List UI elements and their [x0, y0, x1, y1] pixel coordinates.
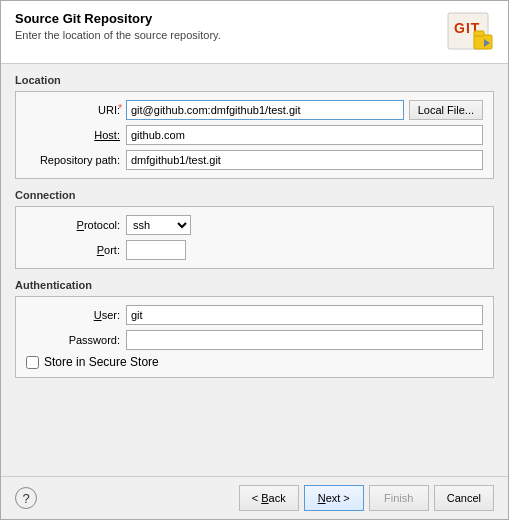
- store-secure-checkbox[interactable]: [26, 356, 39, 369]
- next-button[interactable]: Next >: [304, 485, 364, 511]
- local-file-button[interactable]: Local File...: [409, 100, 483, 120]
- password-label: Password:: [26, 334, 126, 346]
- store-secure-label[interactable]: Store in Secure Store: [44, 355, 159, 369]
- location-section-label: Location: [15, 74, 494, 86]
- footer-buttons: < Back Next > Finish Cancel: [239, 485, 494, 511]
- store-secure-row: Store in Secure Store: [26, 355, 483, 369]
- port-input[interactable]: [126, 240, 186, 260]
- svg-rect-3: [474, 31, 484, 36]
- dialog-header: Source Git Repository Enter the location…: [1, 1, 508, 64]
- dialog: Source Git Repository Enter the location…: [0, 0, 509, 520]
- host-label: Host:: [26, 129, 126, 141]
- location-section: Location URI: * Local File... Ho: [15, 74, 494, 179]
- port-row: Port:: [26, 240, 483, 260]
- uri-required-marker: *: [118, 102, 122, 114]
- protocol-select[interactable]: ssh http https git: [126, 215, 191, 235]
- repo-path-input[interactable]: [126, 150, 483, 170]
- dialog-subtitle: Enter the location of the source reposit…: [15, 29, 221, 41]
- connection-section-box: PProtocol:rotocol: ssh http https git Po…: [15, 206, 494, 269]
- user-label: User:: [26, 309, 126, 321]
- location-section-box: URI: * Local File... Host:: [15, 91, 494, 179]
- dialog-title: Source Git Repository: [15, 11, 221, 26]
- uri-input-wrap: *: [126, 100, 404, 120]
- authentication-section-label: Authentication: [15, 279, 494, 291]
- password-row: Password:: [26, 330, 483, 350]
- uri-label: URI:: [26, 104, 126, 116]
- connection-section: Connection PProtocol:rotocol: ssh http h…: [15, 189, 494, 269]
- authentication-section-box: User: Password: Store in Secure Store: [15, 296, 494, 378]
- dialog-footer: ? < Back Next > Finish Cancel: [1, 476, 508, 519]
- dialog-content: Location URI: * Local File... Ho: [1, 64, 508, 476]
- uri-row: URI: * Local File...: [26, 100, 483, 120]
- protocol-label: PProtocol:rotocol:: [26, 219, 126, 231]
- finish-button[interactable]: Finish: [369, 485, 429, 511]
- port-label: Port:: [26, 244, 126, 256]
- authentication-section: Authentication User: Password:: [15, 279, 494, 378]
- user-input[interactable]: [126, 305, 483, 325]
- user-row: User:: [26, 305, 483, 325]
- connection-section-label: Connection: [15, 189, 494, 201]
- host-input[interactable]: [126, 125, 483, 145]
- cancel-button[interactable]: Cancel: [434, 485, 494, 511]
- back-button[interactable]: < Back: [239, 485, 299, 511]
- uri-input[interactable]: [126, 100, 404, 120]
- footer-left: ?: [15, 487, 37, 509]
- git-icon: GIT: [446, 11, 494, 55]
- password-input[interactable]: [126, 330, 483, 350]
- host-row: Host:: [26, 125, 483, 145]
- protocol-row: PProtocol:rotocol: ssh http https git: [26, 215, 483, 235]
- repo-path-label: Repository path:: [26, 154, 126, 166]
- help-button[interactable]: ?: [15, 487, 37, 509]
- repo-path-row: Repository path:: [26, 150, 483, 170]
- svg-rect-2: [474, 35, 492, 49]
- header-text: Source Git Repository Enter the location…: [15, 11, 221, 41]
